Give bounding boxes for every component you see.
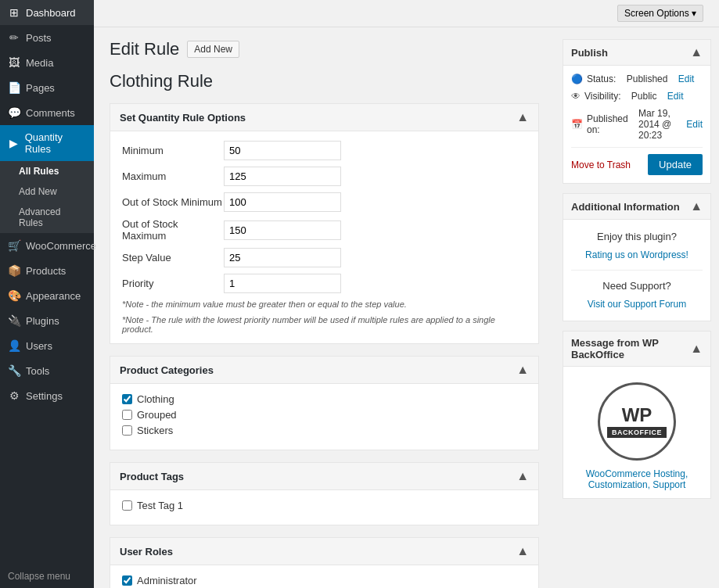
visibility-value: Public (631, 91, 657, 102)
backoffice-toggle[interactable]: ▲ (690, 342, 703, 356)
status-edit-link[interactable]: Edit (678, 74, 695, 84)
quantity-options-title: Set Quantity Rule Options (120, 112, 246, 124)
sidebar-item-label: Tools (26, 365, 49, 377)
wp-logo: WP BACKOFFICE (598, 382, 676, 461)
publish-widget-body: 🔵 Status: Published Edit 👁 Visibility: P… (563, 66, 710, 183)
pages-icon: 📄 (8, 81, 20, 94)
status-row: 🔵 Status: Published Edit (571, 74, 703, 84)
quantity-options-header: Set Quantity Rule Options ▲ (110, 104, 538, 131)
out-of-stock-minimum-row: Out of Stock Minimum (122, 192, 527, 212)
screen-options-button[interactable]: Screen Options ▾ (617, 5, 703, 22)
sidebar-item-posts[interactable]: ✏ Posts (0, 25, 94, 50)
minimum-label: Minimum (122, 145, 224, 156)
publish-widget-header: Publish ▲ (563, 40, 710, 66)
published-edit-link[interactable]: Edit (686, 119, 703, 130)
sidebar-item-label: Plugins (26, 315, 59, 327)
product-tags-toggle[interactable]: ▲ (516, 469, 529, 483)
collapse-menu-button[interactable]: Collapse menu (0, 565, 94, 588)
out-of-stock-maximum-input[interactable] (224, 220, 341, 240)
sidebar-item-woocommerce[interactable]: 🛒 WooCommerce (0, 233, 94, 258)
sidebar-item-advanced-rules[interactable]: Advanced Rules (0, 202, 94, 233)
content-wrapper: Edit Rule Add New Clothing Rule Set Quan… (94, 27, 719, 588)
priority-input[interactable] (224, 274, 341, 293)
list-item: Stickers (122, 425, 527, 436)
sidebar-item-label: Dashboard (26, 7, 76, 19)
product-tags-header: Product Tags ▲ (110, 463, 538, 490)
step-value-input[interactable] (224, 248, 341, 267)
user-roles-toggle[interactable]: ▲ (516, 544, 529, 558)
sidebar-item-label: Quantity Rules (25, 131, 86, 155)
sidebar-item-comments[interactable]: 💬 Comments (0, 100, 94, 125)
content-main: Edit Rule Add New Clothing Rule Set Quan… (94, 27, 555, 588)
user-roles-title: User Roles (120, 546, 173, 558)
backoffice-header: Message from WP BackOffice ▲ (563, 332, 710, 367)
support-link[interactable]: Visit our Support Forum (588, 299, 687, 310)
status-value: Published (627, 74, 668, 84)
woocommerce-icon: 🛒 (8, 239, 20, 252)
published-on-row: 📅 Published on: Mar 19, 2014 @ 20:23 Edi… (571, 108, 703, 141)
add-new-button[interactable]: Add New (187, 41, 239, 58)
wp-logo-sub: BACKOFFICE (607, 427, 667, 438)
publish-toggle[interactable]: ▲ (690, 45, 703, 59)
sidebar-item-label: Products (26, 265, 66, 277)
users-icon: 👤 (8, 339, 20, 352)
move-trash-button[interactable]: Move to Trash (571, 160, 631, 170)
support-text: Need Support? (571, 277, 703, 295)
minimum-input[interactable] (224, 141, 341, 160)
sidebar-item-label: Media (26, 57, 53, 69)
dashboard-icon: ⊞ (8, 6, 20, 19)
priority-row: Priority (122, 274, 527, 293)
sidebar-item-users[interactable]: 👤 Users (0, 333, 94, 358)
sidebar-item-tools[interactable]: 🔧 Tools (0, 358, 94, 383)
sidebar-item-appearance[interactable]: 🎨 Appearance (0, 283, 94, 308)
maximum-label: Maximum (122, 170, 224, 182)
grouped-checkbox[interactable] (122, 410, 132, 420)
product-categories-toggle[interactable]: ▲ (516, 363, 529, 377)
clothing-checkbox[interactable] (122, 394, 132, 404)
administrator-label: Administrator (137, 575, 197, 586)
out-of-stock-minimum-input[interactable] (224, 192, 341, 212)
sidebar-item-label: Settings (26, 390, 63, 402)
quantity-options-toggle[interactable]: ▲ (516, 110, 529, 124)
backoffice-widget: Message from WP BackOffice ▲ WP BACKOFFI… (563, 331, 711, 499)
tools-icon: 🔧 (8, 364, 20, 377)
test-tag-1-checkbox[interactable] (122, 500, 132, 511)
sidebar-item-dashboard[interactable]: ⊞ Dashboard (0, 0, 94, 25)
update-button[interactable]: Update (648, 154, 703, 175)
stickers-checkbox[interactable] (122, 425, 132, 436)
visibility-edit-link[interactable]: Edit (667, 91, 684, 102)
out-of-stock-minimum-label: Out of Stock Minimum (122, 196, 224, 208)
sidebar: ⊞ Dashboard ✏ Posts 🖼 Media 📄 Pages 💬 Co… (0, 0, 94, 588)
sidebar-item-media[interactable]: 🖼 Media (0, 50, 94, 75)
quantity-rules-icon: ▶ (8, 137, 20, 149)
stickers-label: Stickers (137, 425, 173, 436)
administrator-checkbox[interactable] (122, 575, 132, 586)
quantity-options-section: Set Quantity Rule Options ▲ Minimum Maxi… (110, 103, 539, 344)
sidebar-item-add-new[interactable]: Add New (0, 181, 94, 202)
maximum-input[interactable] (224, 167, 341, 186)
visibility-icon: 👁 (571, 91, 581, 102)
sidebar-item-plugins[interactable]: 🔌 Plugins (0, 308, 94, 333)
product-tags-title: Product Tags (120, 471, 184, 482)
sidebar-item-pages[interactable]: 📄 Pages (0, 75, 94, 100)
status-icon: 🔵 (571, 74, 583, 84)
visibility-label: Visibility: (584, 91, 620, 102)
sidebar-item-all-rules[interactable]: All Rules (0, 161, 94, 181)
sidebar-item-products[interactable]: 📦 Products (0, 258, 94, 283)
enjoy-text: Enjoy this plugin? (571, 228, 703, 246)
published-label: Published on: (587, 113, 628, 135)
products-icon: 📦 (8, 264, 20, 277)
grouped-label: Grouped (137, 409, 177, 421)
additional-info-header: Additional Information ▲ (563, 194, 710, 220)
sidebar-item-quantity-rules[interactable]: ▶ Quantity Rules (0, 125, 94, 161)
backoffice-body: WP BACKOFFICE WooCommerce Hosting, Custo… (563, 367, 710, 498)
wp-logo-text: WP (622, 406, 652, 425)
publish-widget: Publish ▲ 🔵 Status: Published Edit 👁 Vis… (563, 39, 711, 184)
backoffice-link[interactable]: WooCommerce Hosting, Customization, Supp… (571, 468, 703, 490)
additional-info-toggle[interactable]: ▲ (690, 199, 703, 213)
form-note-1: *Note - the minimum value must be greate… (122, 299, 527, 309)
rating-link[interactable]: Rating us on Wordpress! (585, 249, 688, 260)
user-roles-body: Administrator Editor Author Contributor (110, 565, 538, 588)
sidebar-item-settings[interactable]: ⚙ Settings (0, 383, 94, 408)
list-item: Administrator (122, 575, 527, 586)
